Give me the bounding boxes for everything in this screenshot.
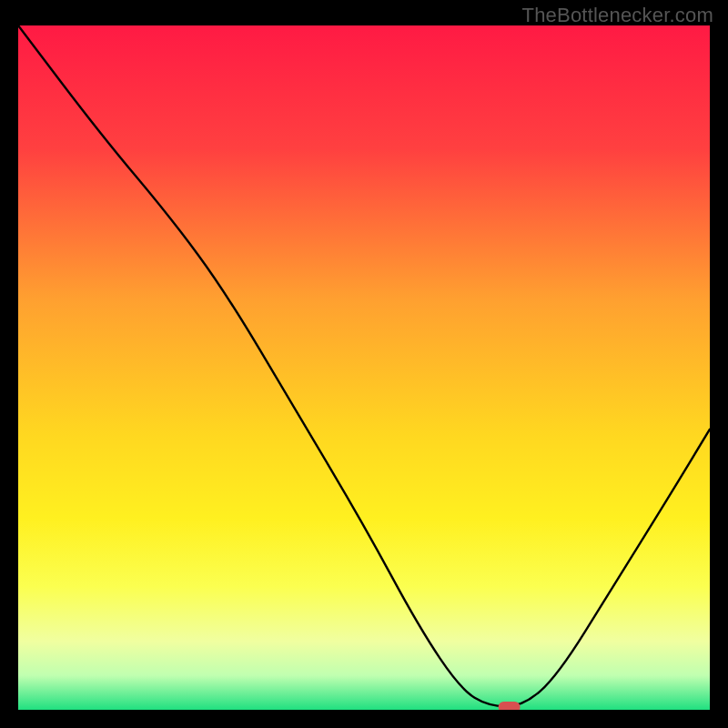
bottleneck-chart bbox=[18, 25, 710, 710]
chart-plot-area bbox=[18, 25, 710, 710]
chart-marker bbox=[499, 702, 521, 710]
watermark-text: TheBottlenecker.com bbox=[522, 4, 713, 27]
chart-background bbox=[18, 25, 710, 710]
